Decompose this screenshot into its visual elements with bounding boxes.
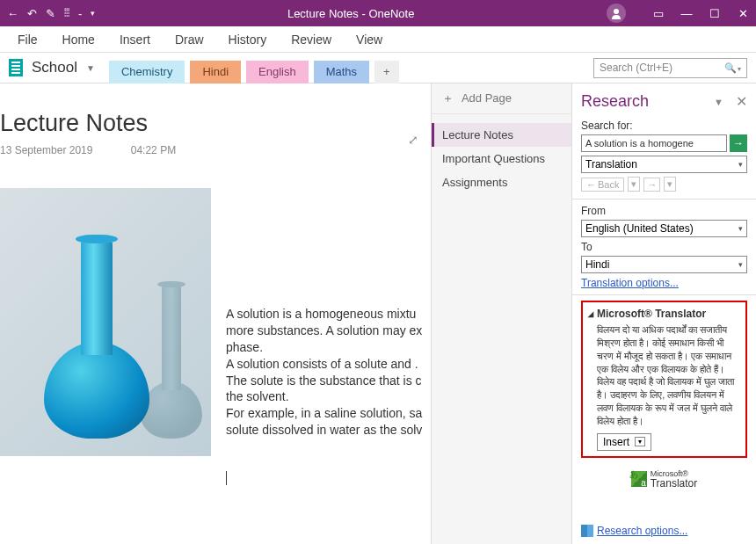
menu-insert[interactable]: Insert	[107, 26, 163, 53]
translator-source-header[interactable]: ◢Microsoft® Translator	[588, 308, 740, 320]
tab-maths[interactable]: Maths	[314, 61, 369, 83]
note-text-block[interactable]: A solution is a homogeneous mixtu more s…	[226, 306, 428, 439]
add-page-button[interactable]: ＋ Add Page	[432, 83, 571, 114]
close-icon[interactable]: ✕	[737, 7, 749, 20]
page-item-lecture-notes[interactable]: Lecture Notes	[432, 123, 571, 147]
tab-add[interactable]: +	[374, 61, 399, 83]
menu-draw[interactable]: Draw	[163, 26, 216, 53]
research-header: Research	[581, 92, 709, 111]
search-icon[interactable]: 🔍	[724, 62, 741, 74]
page-item-assignments[interactable]: Assignments	[432, 170, 571, 194]
add-page-label: Add Page	[462, 91, 512, 105]
research-search-input[interactable]	[581, 134, 727, 152]
menu-history[interactable]: History	[216, 26, 280, 53]
pane-dropdown-icon[interactable]: ▼	[714, 97, 723, 107]
search-input[interactable]: Search (Ctrl+E) 🔍	[593, 58, 747, 78]
ribbon-display-icon[interactable]: ▭	[652, 7, 665, 20]
research-options-link[interactable]: Research options...	[581, 525, 687, 537]
p5: The solute is the substance that is c	[226, 373, 428, 389]
back-icon[interactable]: ←	[7, 7, 18, 20]
maximize-icon[interactable]: ☐	[709, 7, 721, 20]
window-title: Lecture Notes - OneNote	[95, 7, 607, 20]
to-language-select[interactable]: Hindi	[581, 256, 747, 273]
translator-logo-icon	[631, 471, 647, 487]
collapse-icon: ◢	[588, 310, 593, 318]
p7: For example, in a saline solution, sa	[226, 405, 428, 422]
back-history-dropdown[interactable]: ▾	[628, 177, 640, 192]
qat-dropdown-icon[interactable]: ▾	[91, 9, 95, 18]
notebook-label[interactable]: School	[32, 59, 77, 76]
page-time: 04:22 PM	[131, 144, 176, 156]
book-icon	[581, 525, 593, 537]
page-list-panel: ＋ Add Page Lecture Notes Important Quest…	[431, 83, 571, 544]
pane-close-icon[interactable]: ✕	[736, 93, 747, 110]
p8: solute dissolved in water as the solv	[226, 422, 428, 439]
p6: the solvent.	[226, 388, 428, 405]
svg-point-0	[614, 9, 619, 14]
quick-access-toolbar: ← ↶ ✎ ⦙⦙⦙ - ▾	[7, 6, 95, 20]
notebook-dropdown-icon[interactable]: ▼	[86, 63, 95, 73]
tab-chemistry[interactable]: Chemistry	[109, 61, 185, 83]
research-service-select[interactable]: Translation	[581, 156, 747, 173]
tab-english[interactable]: English	[246, 61, 309, 83]
separator-icon: -	[78, 7, 82, 20]
translation-result-box: ◢Microsoft® Translator विलयन दो या अधिक …	[581, 301, 747, 458]
touch-mode-icon[interactable]: ⦙⦙⦙	[64, 6, 69, 20]
p1: A solution is a homogeneous mixtu	[226, 306, 428, 323]
p2: more substances. A solution may ex	[226, 323, 428, 339]
menu-home[interactable]: Home	[50, 26, 107, 53]
to-label: To	[581, 241, 747, 253]
translation-options-link[interactable]: Translation options...	[581, 277, 747, 289]
translator-brand: Microsoft®Translator	[581, 470, 747, 489]
page-item-important-questions[interactable]: Important Questions	[432, 147, 571, 170]
minimize-icon[interactable]: —	[680, 7, 693, 20]
search-for-label: Search for:	[581, 120, 747, 132]
text-cursor	[226, 471, 227, 485]
from-language-select[interactable]: English (United States)	[581, 220, 747, 237]
insert-button[interactable]: Insert ▾	[597, 433, 651, 451]
page-title[interactable]: Lecture Notes	[0, 110, 422, 137]
tab-hindi[interactable]: Hindi	[190, 61, 241, 83]
insert-dropdown-icon[interactable]: ▾	[635, 437, 645, 446]
page-datetime: 13 September 2019 04:22 PM	[0, 144, 422, 156]
menu-review[interactable]: Review	[279, 26, 344, 53]
research-forward-button[interactable]: →	[643, 178, 660, 192]
title-bar: ← ↶ ✎ ⦙⦙⦙ - ▾ Lecture Notes - OneNote ▭ …	[0, 0, 756, 26]
inserted-image[interactable]	[0, 188, 211, 456]
menu-file[interactable]: File	[5, 26, 50, 53]
notebook-icon[interactable]	[9, 59, 23, 76]
p3: phase.	[226, 339, 428, 356]
page-canvas[interactable]: ⤢ Lecture Notes 13 September 2019 04:22 …	[0, 83, 431, 544]
research-go-button[interactable]: →	[730, 134, 747, 152]
research-back-button[interactable]: ← Back	[581, 178, 624, 192]
research-pane: Research ▼ ✕ Search for: → Translation ←…	[571, 83, 756, 544]
page-date: 13 September 2019	[0, 144, 92, 156]
translated-text: विलयन दो या अधिक पदार्थों का सजातीय मिश्…	[588, 323, 740, 428]
menu-bar: File Home Insert Draw History Review Vie…	[0, 26, 756, 53]
menu-view[interactable]: View	[344, 26, 395, 53]
section-toolbar: School ▼ Chemistry Hindi English Maths +…	[0, 53, 756, 83]
undo-icon[interactable]: ↶	[27, 7, 37, 20]
forward-history-dropdown[interactable]: ▾	[664, 177, 676, 192]
user-avatar[interactable]	[607, 4, 626, 23]
plus-icon: ＋	[442, 91, 454, 105]
pin-icon[interactable]: ✎	[46, 7, 55, 20]
expand-icon[interactable]: ⤢	[408, 133, 418, 147]
p4: A solution consists of a solute and .	[226, 356, 428, 373]
from-label: From	[581, 205, 747, 217]
search-placeholder: Search (Ctrl+E)	[600, 62, 672, 74]
